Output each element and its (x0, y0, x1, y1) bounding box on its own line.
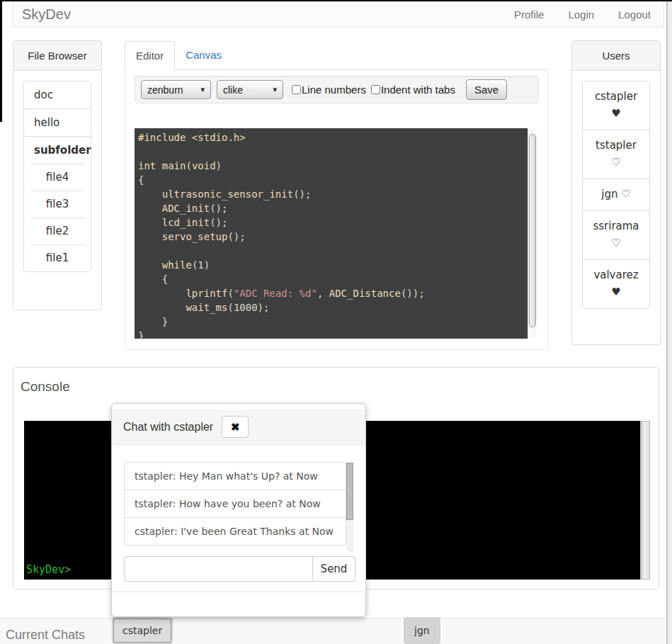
user-name: tstapler (586, 139, 647, 152)
current-chats-label: Current Chats (6, 628, 85, 643)
code-area: #include <stdio.h> int main(void){ ultra… (135, 128, 537, 339)
user-item-ssrirama[interactable]: ssrirama♡ (583, 210, 649, 259)
code-line: { (138, 272, 525, 286)
browser-scrollbar[interactable] (666, 0, 672, 644)
save-button[interactable]: Save (466, 79, 507, 100)
code-line: ADC_init(); (138, 201, 525, 215)
user-item-tstapler[interactable]: tstapler♡ (583, 130, 649, 179)
chat-modal-title: Chat with cstapler (123, 421, 213, 434)
window-top-edge (0, 0, 672, 1)
tab-editor[interactable]: Editor (125, 41, 175, 70)
chat-message: tstapler: Hey Man what's Up? at Now (124, 462, 346, 490)
file-browser-header: File Browser (13, 41, 101, 71)
users-panel: Users cstapler♥tstapler♡jgn ♡ssrirama♡va… (571, 40, 661, 345)
navbar-links: ProfileLoginLogout (514, 9, 655, 21)
chat-messages: tstapler: Hey Man what's Up? at Nowtstap… (124, 462, 353, 546)
heart-icon-outline[interactable]: ♡ (621, 188, 630, 200)
theme-select-value: zenburn (147, 84, 183, 96)
line-numbers-option: Line numbers (292, 84, 366, 96)
terminal-scrollbar[interactable] (640, 421, 650, 580)
code-line: } (138, 315, 525, 329)
heart-icon-filled[interactable]: ♥ (611, 107, 620, 120)
user-name: ssrirama (586, 220, 647, 232)
send-button[interactable]: Send (313, 556, 355, 582)
code-line: wait_ms(1000); (138, 300, 525, 315)
chat-modal: Chat with cstapler ✖ tstapler: Hey Man w… (111, 403, 366, 617)
code-line (138, 145, 525, 159)
chevron-down-icon: ▾ (200, 85, 205, 94)
brand-title: SkyDev (22, 6, 71, 23)
close-icon: ✖ (231, 421, 240, 434)
indent-tabs-checkbox[interactable] (371, 85, 380, 94)
editor-scrollbar-thumb[interactable] (529, 134, 536, 327)
file-list: dochellosubfolderfile4file3file2file1 (23, 81, 91, 272)
code-line: #include <stdio.h> (138, 130, 525, 145)
file-item-file2[interactable]: file2 (24, 218, 91, 244)
chat-tab-cstapler[interactable]: cstapler (112, 617, 173, 644)
chevron-down-icon: ▾ (273, 85, 277, 94)
file-browser-panel: File Browser dochellosubfolderfile4file3… (13, 40, 102, 310)
chat-message: tstapler: How have you been? at Now (124, 490, 346, 518)
file-item-file3[interactable]: file3 (24, 191, 91, 218)
heart-icon-filled[interactable]: ♥ (611, 286, 620, 298)
heart-icon-outline[interactable]: ♡ (611, 237, 620, 249)
chat-modal-header: Chat with cstapler ✖ (112, 409, 365, 445)
chat-scrollbar[interactable] (346, 463, 353, 552)
editor-region: Editor Canvas zenburn ▾ clike ▾ Line num… (125, 41, 549, 350)
window-left-edge (0, 0, 2, 122)
code-line: while(1) (138, 258, 525, 272)
file-item-file1[interactable]: file1 (24, 244, 91, 271)
code-line: lprintf("ADC Read: %d", ADC_Distance()); (138, 286, 525, 300)
indent-tabs-label: Indent with tabs (381, 84, 455, 96)
navbar: SkyDev ProfileLoginLogout (12, 1, 664, 28)
code-line (138, 244, 525, 258)
chat-modal-footer (112, 592, 365, 608)
user-item-jgn[interactable]: jgn ♡ (583, 179, 649, 210)
user-item-valvarez[interactable]: valvarez♥ (583, 259, 649, 308)
theme-select[interactable]: zenburn ▾ (141, 80, 211, 99)
code-editor[interactable]: #include <stdio.h> int main(void){ ultra… (135, 128, 537, 339)
chat-tab-jgn[interactable]: jgn (404, 617, 440, 644)
indent-tabs-option: Indent with tabs (371, 84, 455, 96)
user-item-cstapler[interactable]: cstapler♥ (583, 81, 649, 130)
code-line: int main(void) (138, 159, 525, 173)
code-line: } (138, 329, 525, 339)
tab-canvas[interactable]: Canvas (175, 41, 232, 69)
mode-select-value: clike (223, 84, 243, 96)
user-name: jgn (601, 188, 617, 200)
code-line: servo_setup(); (138, 230, 525, 244)
nav-link-login[interactable]: Login (568, 9, 594, 21)
file-item-hello[interactable]: hello (24, 108, 91, 136)
editor-scrollbar[interactable] (528, 128, 537, 339)
chat-message-list: tstapler: Hey Man what's Up? at Nowtstap… (124, 462, 353, 546)
code-line: { (138, 173, 525, 187)
file-item-file4[interactable]: file4 (24, 164, 91, 191)
user-name: valvarez (586, 269, 647, 281)
editor-tab-bar: Editor Canvas (125, 41, 549, 70)
chat-message: cstapler: I've been Great Thanks at Now (124, 517, 346, 546)
chat-message-input[interactable] (124, 556, 313, 582)
line-numbers-checkbox[interactable] (292, 85, 301, 94)
console-title: Console (21, 379, 659, 395)
user-name: cstapler (586, 90, 647, 103)
nav-link-logout[interactable]: Logout (618, 9, 651, 21)
chat-scrollbar-thumb[interactable] (346, 463, 353, 520)
code-line: lcd_init(); (138, 215, 525, 230)
close-button[interactable]: ✖ (222, 416, 249, 438)
file-item-doc[interactable]: doc (24, 81, 91, 108)
mode-select[interactable]: clike ▾ (217, 80, 283, 99)
chat-input-group: Send (124, 556, 355, 582)
line-numbers-label: Line numbers (302, 84, 366, 96)
editor-toolbar: zenburn ▾ clike ▾ Line numbers Indent wi… (135, 76, 539, 103)
heart-icon-outline[interactable]: ♡ (611, 156, 620, 169)
nav-link-profile[interactable]: Profile (514, 9, 545, 21)
code-line: ultrasonic_sensor_init(); (138, 187, 525, 201)
users-header: Users (572, 41, 660, 71)
file-item-subfolder[interactable]: subfolder (24, 136, 91, 164)
editor-tab-content: zenburn ▾ clike ▾ Line numbers Indent wi… (125, 70, 549, 350)
user-list: cstapler♥tstapler♡jgn ♡ssrirama♡valvarez… (582, 81, 650, 309)
terminal-prompt: SkyDev> (26, 563, 71, 576)
chat-modal-body: tstapler: Hey Man what's Up? at Nowtstap… (112, 445, 365, 582)
current-chats-bar: Current Chats cstapler jgn (0, 618, 672, 644)
